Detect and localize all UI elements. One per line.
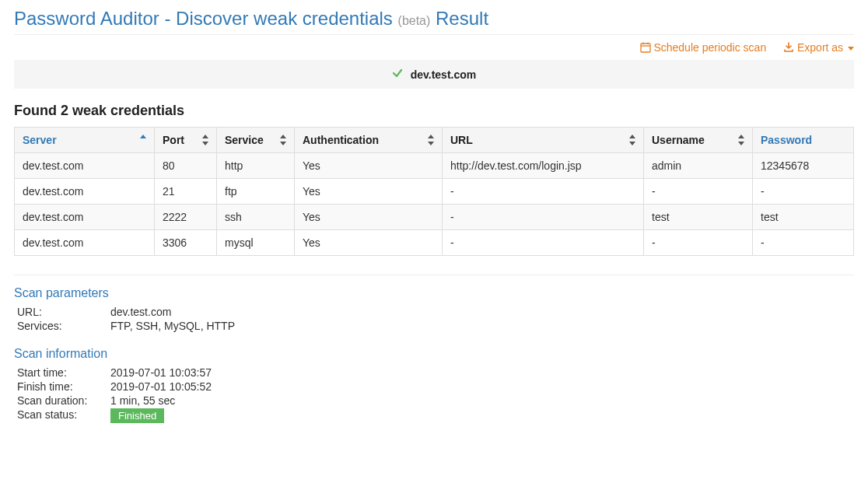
cell-server: dev.test.com	[15, 153, 155, 179]
target-hostname: dev.test.com	[411, 68, 477, 81]
cell-server: dev.test.com	[15, 205, 155, 230]
cell-port: 2222	[155, 205, 217, 230]
found-heading: Found 2 weak credentials	[14, 103, 854, 119]
th-label: Service	[225, 134, 264, 146]
col-service[interactable]: Service	[217, 128, 295, 153]
scan-information-heading: Scan information	[14, 347, 854, 361]
th-label: URL	[450, 134, 473, 146]
credentials-table: Server Port Service Authentication URL U…	[14, 127, 854, 256]
cell-port: 3306	[155, 230, 217, 256]
cell-server: dev.test.com	[15, 179, 155, 205]
param-services-label: Services:	[17, 320, 110, 332]
sort-icon	[202, 135, 210, 145]
download-icon	[783, 42, 794, 53]
cell-username: test	[644, 205, 753, 230]
table-row: dev.test.com21ftpYes---	[15, 179, 854, 205]
col-server[interactable]: Server	[15, 128, 155, 153]
schedule-scan-label: Schedule periodic scan	[653, 41, 766, 54]
divider	[14, 275, 854, 275]
cell-url: -	[443, 205, 644, 230]
col-password[interactable]: Password	[753, 128, 854, 153]
cell-service: ftp	[217, 179, 295, 205]
info-status-label: Scan status:	[17, 408, 110, 423]
schedule-scan-link[interactable]: Schedule periodic scan	[640, 41, 770, 54]
cell-auth: Yes	[295, 153, 443, 179]
caret-down-icon	[848, 47, 854, 51]
cell-service: ssh	[217, 205, 295, 230]
scan-parameters-heading: Scan parameters	[14, 286, 854, 300]
info-status-value: Finished	[110, 408, 164, 423]
table-row: dev.test.com80httpYeshttp://dev.test.com…	[15, 153, 854, 179]
status-badge: Finished	[110, 408, 164, 423]
tool-name: Password Auditor - Discover weak credent…	[14, 8, 393, 29]
cell-username: -	[644, 179, 753, 205]
cell-service: http	[217, 153, 295, 179]
cell-password: test	[753, 205, 854, 230]
th-label: Authentication	[303, 134, 379, 146]
sort-asc-icon	[140, 135, 148, 145]
result-word: Result	[436, 8, 488, 29]
col-username[interactable]: Username	[644, 128, 753, 153]
th-label: Server	[23, 134, 57, 146]
param-url-label: URL:	[17, 306, 110, 318]
divider	[14, 34, 854, 35]
export-as-label: Export as	[797, 41, 843, 54]
scan-parameters: URL: dev.test.com Services: FTP, SSH, My…	[14, 305, 854, 333]
cell-server: dev.test.com	[15, 230, 155, 256]
info-finish-value: 2019-07-01 10:05:52	[110, 380, 212, 393]
cell-service: mysql	[217, 230, 295, 256]
param-services-value: FTP, SSH, MySQL, HTTP	[110, 320, 235, 332]
cell-url: -	[443, 230, 644, 256]
info-finish-label: Finish time:	[17, 380, 110, 393]
calendar-icon	[640, 42, 651, 53]
cell-username: admin	[644, 153, 753, 179]
sort-icon	[428, 135, 436, 145]
info-start-label: Start time:	[17, 366, 110, 379]
th-label: Username	[652, 134, 705, 146]
col-port[interactable]: Port	[155, 128, 217, 153]
check-icon	[392, 68, 406, 81]
cell-auth: Yes	[295, 205, 443, 230]
cell-url: -	[443, 179, 644, 205]
cell-port: 80	[155, 153, 217, 179]
action-bar: Schedule periodic scan Export as	[14, 41, 854, 54]
cell-auth: Yes	[295, 179, 443, 205]
info-duration-value: 1 min, 55 sec	[110, 394, 175, 407]
table-row: dev.test.com2222sshYes-testtest	[15, 205, 854, 230]
info-start-value: 2019-07-01 10:03:57	[110, 366, 212, 379]
svg-rect-0	[641, 44, 650, 52]
beta-tag: (beta)	[398, 14, 431, 27]
cell-password: -	[753, 179, 854, 205]
cell-username: -	[644, 230, 753, 256]
info-duration-label: Scan duration:	[17, 394, 110, 407]
th-label: Password	[761, 134, 812, 146]
page-title: Password Auditor - Discover weak credent…	[14, 8, 854, 30]
sort-icon	[280, 135, 288, 145]
sort-icon	[738, 135, 746, 145]
cell-auth: Yes	[295, 230, 443, 256]
cell-url: http://dev.test.com/login.jsp	[443, 153, 644, 179]
sort-icon	[629, 135, 637, 145]
th-label: Port	[163, 134, 184, 146]
table-row: dev.test.com3306mysqlYes---	[15, 230, 854, 256]
cell-password: -	[753, 230, 854, 256]
target-banner: dev.test.com	[14, 60, 854, 89]
cell-port: 21	[155, 179, 217, 205]
param-url-value: dev.test.com	[110, 306, 171, 318]
scan-information: Start time: 2019-07-01 10:03:57 Finish t…	[14, 366, 854, 424]
cell-password: 12345678	[753, 153, 854, 179]
export-as-link[interactable]: Export as	[783, 41, 854, 54]
col-authentication[interactable]: Authentication	[295, 128, 443, 153]
col-url[interactable]: URL	[443, 128, 644, 153]
